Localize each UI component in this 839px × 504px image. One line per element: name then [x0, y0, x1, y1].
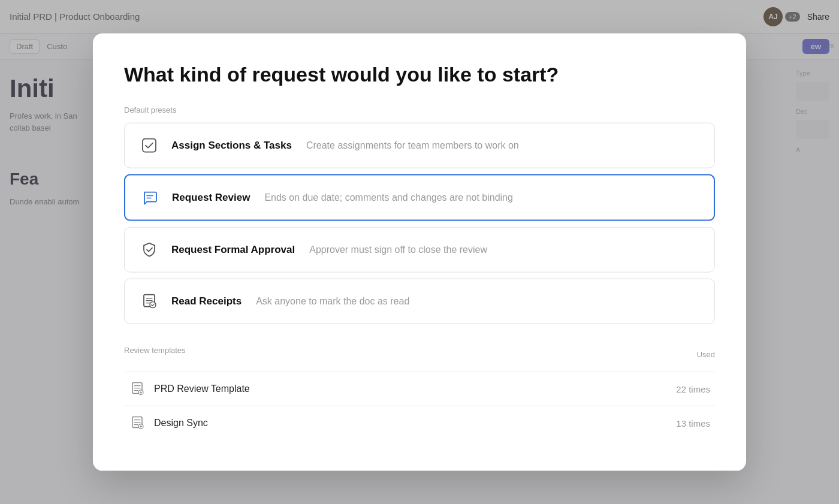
preset-assign-desc: Create assignments for team members to w…	[306, 140, 519, 151]
preset-review-desc: Ends on due date; comments and changes a…	[264, 192, 513, 203]
preset-item-approval[interactable]: Request Formal Approval Approver must si…	[124, 227, 715, 273]
template-prd-name: PRD Review Template	[154, 384, 668, 394]
preset-item-assign[interactable]: Assign Sections & Tasks Create assignmen…	[124, 123, 715, 168]
templates-section: Review templates Used PRD Review Templat…	[124, 346, 715, 440]
template-prd-used: 22 times	[676, 384, 710, 394]
doc-review-icon-prd	[129, 381, 146, 397]
preset-item-receipts[interactable]: Read Receipts Ask anyone to mark the doc…	[124, 279, 715, 324]
used-column-label: Used	[697, 350, 715, 359]
receipt-icon	[138, 290, 161, 313]
default-presets-label: Default presets	[124, 105, 715, 114]
template-design-name: Design Sync	[154, 418, 668, 428]
preset-receipts-name: Read Receipts	[171, 295, 242, 307]
preset-list: Assign Sections & Tasks Create assignmen…	[124, 123, 715, 324]
preset-approval-desc: Approver must sign off to close the revi…	[309, 245, 487, 255]
svg-point-7	[150, 302, 156, 308]
chat-icon	[138, 186, 161, 209]
preset-assign-name: Assign Sections & Tasks	[171, 140, 292, 152]
preset-review-name: Request Review	[172, 192, 250, 204]
template-item-design[interactable]: Design Sync 13 times	[124, 406, 715, 440]
svg-rect-0	[143, 139, 156, 152]
request-type-modal: What kind of request would you like to s…	[93, 33, 746, 471]
templates-section-label: Review templates	[124, 346, 186, 355]
doc-review-icon-design	[129, 415, 146, 431]
checkbox-icon	[138, 134, 161, 157]
templates-header: Review templates Used	[124, 346, 715, 363]
shield-check-icon	[138, 239, 161, 261]
template-design-used: 13 times	[676, 418, 710, 428]
preset-approval-name: Request Formal Approval	[171, 244, 295, 256]
modal-title: What kind of request would you like to s…	[124, 62, 715, 86]
preset-item-review[interactable]: Request Review Ends on due date; comment…	[124, 174, 715, 221]
preset-receipts-desc: Ask anyone to mark the doc as read	[256, 296, 409, 307]
template-item-prd[interactable]: PRD Review Template 22 times	[124, 372, 715, 406]
